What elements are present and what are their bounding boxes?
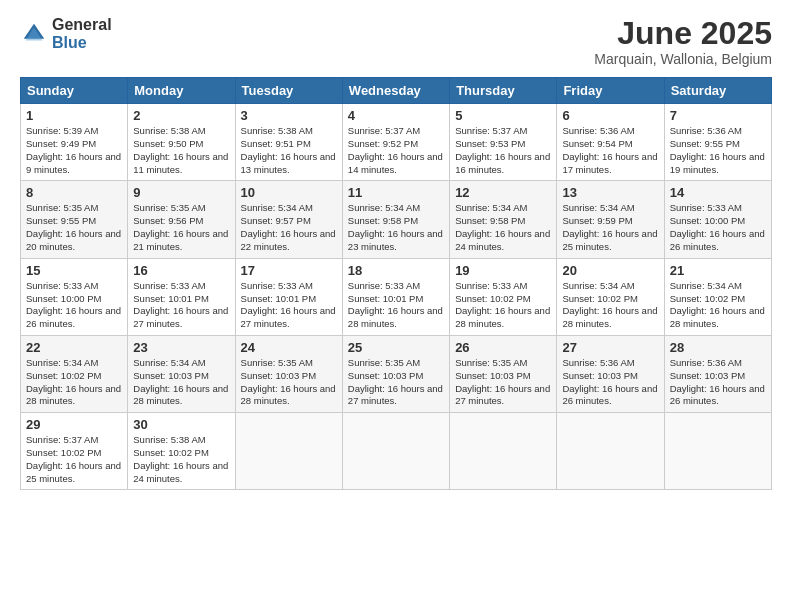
logo-icon [20,20,48,48]
day-info: Sunrise: 5:35 AMSunset: 9:55 PMDaylight:… [26,202,122,253]
day-info: Sunrise: 5:33 AMSunset: 10:00 PMDaylight… [670,202,766,253]
day-number: 4 [348,108,444,123]
calendar-cell: 28Sunrise: 5:36 AMSunset: 10:03 PMDaylig… [664,335,771,412]
day-info: Sunrise: 5:33 AMSunset: 10:01 PMDaylight… [241,280,337,331]
day-info: Sunrise: 5:34 AMSunset: 10:02 PMDaylight… [670,280,766,331]
calendar-cell: 2Sunrise: 5:38 AMSunset: 9:50 PMDaylight… [128,104,235,181]
calendar-cell: 11Sunrise: 5:34 AMSunset: 9:58 PMDayligh… [342,181,449,258]
calendar-cell: 30Sunrise: 5:38 AMSunset: 10:02 PMDaylig… [128,413,235,490]
month-title: June 2025 [594,16,772,51]
day-number: 2 [133,108,229,123]
day-info: Sunrise: 5:37 AMSunset: 9:52 PMDaylight:… [348,125,444,176]
day-number: 15 [26,263,122,278]
day-info: Sunrise: 5:34 AMSunset: 9:59 PMDaylight:… [562,202,658,253]
calendar-cell [557,413,664,490]
calendar-cell: 4Sunrise: 5:37 AMSunset: 9:52 PMDaylight… [342,104,449,181]
logo-text: General Blue [52,16,112,51]
day-number: 14 [670,185,766,200]
day-info: Sunrise: 5:34 AMSunset: 9:57 PMDaylight:… [241,202,337,253]
calendar-cell [235,413,342,490]
day-info: Sunrise: 5:37 AMSunset: 9:53 PMDaylight:… [455,125,551,176]
calendar-cell [664,413,771,490]
day-info: Sunrise: 5:33 AMSunset: 10:01 PMDaylight… [133,280,229,331]
day-info: Sunrise: 5:35 AMSunset: 10:03 PMDaylight… [348,357,444,408]
day-info: Sunrise: 5:34 AMSunset: 10:02 PMDaylight… [562,280,658,331]
day-number: 27 [562,340,658,355]
calendar-cell [342,413,449,490]
calendar-week-row: 29Sunrise: 5:37 AMSunset: 10:02 PMDaylig… [21,413,772,490]
calendar-cell: 15Sunrise: 5:33 AMSunset: 10:00 PMDaylig… [21,258,128,335]
day-info: Sunrise: 5:36 AMSunset: 9:54 PMDaylight:… [562,125,658,176]
day-info: Sunrise: 5:36 AMSunset: 10:03 PMDaylight… [670,357,766,408]
day-info: Sunrise: 5:34 AMSunset: 10:02 PMDaylight… [26,357,122,408]
day-number: 16 [133,263,229,278]
day-info: Sunrise: 5:33 AMSunset: 10:01 PMDaylight… [348,280,444,331]
day-info: Sunrise: 5:36 AMSunset: 10:03 PMDaylight… [562,357,658,408]
header: General Blue June 2025 Marquain, Walloni… [20,16,772,67]
calendar-cell: 3Sunrise: 5:38 AMSunset: 9:51 PMDaylight… [235,104,342,181]
weekday-header-saturday: Saturday [664,78,771,104]
calendar-cell: 22Sunrise: 5:34 AMSunset: 10:02 PMDaylig… [21,335,128,412]
day-info: Sunrise: 5:37 AMSunset: 10:02 PMDaylight… [26,434,122,485]
calendar-cell: 10Sunrise: 5:34 AMSunset: 9:57 PMDayligh… [235,181,342,258]
calendar-cell: 8Sunrise: 5:35 AMSunset: 9:55 PMDaylight… [21,181,128,258]
calendar-cell: 9Sunrise: 5:35 AMSunset: 9:56 PMDaylight… [128,181,235,258]
day-number: 7 [670,108,766,123]
day-info: Sunrise: 5:39 AMSunset: 9:49 PMDaylight:… [26,125,122,176]
calendar-cell: 29Sunrise: 5:37 AMSunset: 10:02 PMDaylig… [21,413,128,490]
day-number: 20 [562,263,658,278]
day-info: Sunrise: 5:35 AMSunset: 10:03 PMDaylight… [455,357,551,408]
day-number: 26 [455,340,551,355]
day-number: 23 [133,340,229,355]
day-info: Sunrise: 5:38 AMSunset: 9:50 PMDaylight:… [133,125,229,176]
title-block: June 2025 Marquain, Wallonia, Belgium [594,16,772,67]
calendar-week-row: 8Sunrise: 5:35 AMSunset: 9:55 PMDaylight… [21,181,772,258]
day-number: 25 [348,340,444,355]
day-info: Sunrise: 5:38 AMSunset: 9:51 PMDaylight:… [241,125,337,176]
day-number: 19 [455,263,551,278]
day-number: 13 [562,185,658,200]
day-number: 28 [670,340,766,355]
calendar: SundayMondayTuesdayWednesdayThursdayFrid… [20,77,772,490]
calendar-cell: 14Sunrise: 5:33 AMSunset: 10:00 PMDaylig… [664,181,771,258]
calendar-cell: 19Sunrise: 5:33 AMSunset: 10:02 PMDaylig… [450,258,557,335]
logo-general-text: General [52,16,112,34]
calendar-cell: 20Sunrise: 5:34 AMSunset: 10:02 PMDaylig… [557,258,664,335]
day-number: 5 [455,108,551,123]
calendar-cell: 23Sunrise: 5:34 AMSunset: 10:03 PMDaylig… [128,335,235,412]
calendar-cell: 12Sunrise: 5:34 AMSunset: 9:58 PMDayligh… [450,181,557,258]
day-number: 22 [26,340,122,355]
location: Marquain, Wallonia, Belgium [594,51,772,67]
weekday-header-thursday: Thursday [450,78,557,104]
day-info: Sunrise: 5:34 AMSunset: 9:58 PMDaylight:… [455,202,551,253]
calendar-cell: 24Sunrise: 5:35 AMSunset: 10:03 PMDaylig… [235,335,342,412]
calendar-week-row: 15Sunrise: 5:33 AMSunset: 10:00 PMDaylig… [21,258,772,335]
day-number: 8 [26,185,122,200]
calendar-cell: 13Sunrise: 5:34 AMSunset: 9:59 PMDayligh… [557,181,664,258]
calendar-cell: 6Sunrise: 5:36 AMSunset: 9:54 PMDaylight… [557,104,664,181]
day-number: 17 [241,263,337,278]
day-number: 3 [241,108,337,123]
weekday-header-sunday: Sunday [21,78,128,104]
calendar-cell: 7Sunrise: 5:36 AMSunset: 9:55 PMDaylight… [664,104,771,181]
day-number: 11 [348,185,444,200]
page: General Blue June 2025 Marquain, Walloni… [0,0,792,612]
day-number: 30 [133,417,229,432]
calendar-cell: 17Sunrise: 5:33 AMSunset: 10:01 PMDaylig… [235,258,342,335]
day-number: 21 [670,263,766,278]
calendar-cell [450,413,557,490]
day-number: 24 [241,340,337,355]
day-info: Sunrise: 5:35 AMSunset: 10:03 PMDaylight… [241,357,337,408]
calendar-cell: 18Sunrise: 5:33 AMSunset: 10:01 PMDaylig… [342,258,449,335]
calendar-cell: 1Sunrise: 5:39 AMSunset: 9:49 PMDaylight… [21,104,128,181]
weekday-header-row: SundayMondayTuesdayWednesdayThursdayFrid… [21,78,772,104]
day-info: Sunrise: 5:34 AMSunset: 9:58 PMDaylight:… [348,202,444,253]
day-number: 6 [562,108,658,123]
calendar-cell: 27Sunrise: 5:36 AMSunset: 10:03 PMDaylig… [557,335,664,412]
logo-blue-text: Blue [52,34,112,52]
day-info: Sunrise: 5:33 AMSunset: 10:00 PMDaylight… [26,280,122,331]
calendar-cell: 16Sunrise: 5:33 AMSunset: 10:01 PMDaylig… [128,258,235,335]
day-number: 10 [241,185,337,200]
day-number: 9 [133,185,229,200]
weekday-header-monday: Monday [128,78,235,104]
